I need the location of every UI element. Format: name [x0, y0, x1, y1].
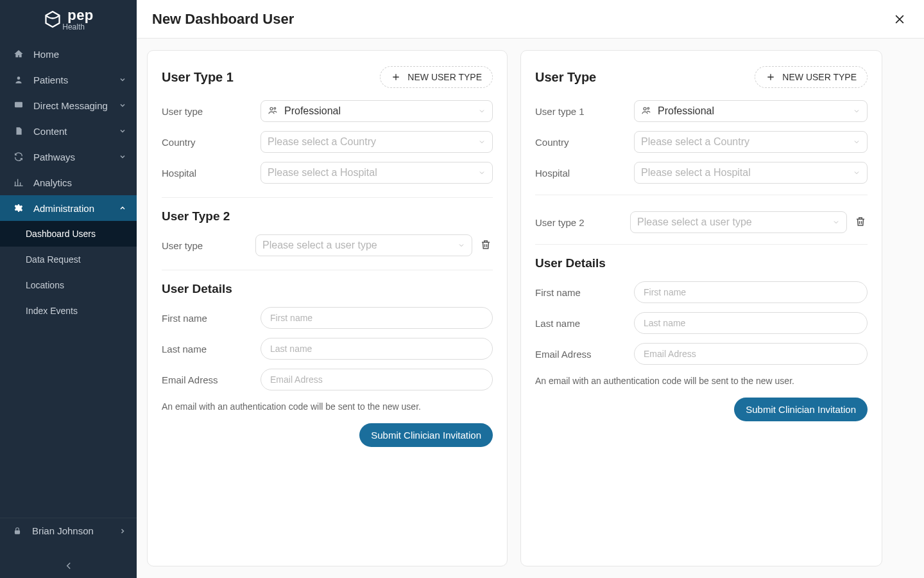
chart-icon	[13, 177, 24, 188]
sidebar-item-direct-messaging[interactable]: Direct Messaging	[0, 92, 137, 118]
brand-name: pep	[67, 7, 93, 23]
pill-btn-label: NEW USER TYPE	[407, 72, 482, 82]
new-user-type-button[interactable]: NEW USER TYPE	[755, 66, 868, 88]
user-footer[interactable]: Brian Johnson	[0, 518, 137, 543]
select-country[interactable]: Please select a Country	[634, 131, 868, 153]
card-right: User Type NEW USER TYPE User type 1 Prof…	[520, 50, 882, 566]
divider	[162, 270, 493, 270]
sidebar-item-pathways[interactable]: Pathways	[0, 144, 137, 170]
select-placeholder: Please select a Country	[641, 136, 749, 148]
input-email[interactable]	[634, 343, 868, 365]
select-user-type-2[interactable]: Please select a user type	[630, 211, 847, 233]
user-icon	[13, 74, 24, 85]
label-user-type: User type	[162, 106, 261, 117]
sidebar-item-patients[interactable]: Patients	[0, 67, 137, 92]
plus-icon	[766, 72, 776, 82]
subnav-index-events[interactable]: Index Events	[0, 298, 137, 324]
nav: Home Patients Direct Messaging Conten	[0, 41, 137, 324]
select-placeholder: Please select a Hospital	[268, 167, 377, 179]
select-user-type[interactable]: Professional	[261, 100, 493, 122]
sidebar-item-label: Patients	[33, 74, 68, 85]
sidebar-item-label: Pathways	[33, 152, 75, 162]
chevron-down-icon	[119, 76, 126, 83]
svg-point-0	[17, 76, 21, 80]
pill-btn-label: NEW USER TYPE	[782, 72, 857, 82]
subnav-dashboard-users[interactable]: Dashboard Users	[0, 221, 137, 247]
label-last-name: Last name	[162, 344, 261, 355]
subnav-label: Data Request	[26, 254, 81, 265]
section-title-user-type-2: User Type 2	[162, 209, 493, 223]
subnav-data-request[interactable]: Data Request	[0, 247, 137, 272]
sidebar-item-home[interactable]: Home	[0, 41, 137, 67]
delete-user-type-button[interactable]	[480, 239, 493, 252]
label-country: Country	[535, 137, 634, 148]
admin-subnav: Dashboard Users Data Request Locations I…	[0, 221, 137, 324]
brand-sub: Health	[62, 22, 93, 31]
submit-clinician-invitation-button[interactable]: Submit Clinician Invitation	[359, 423, 493, 447]
sidebar-item-label: Administration	[33, 203, 94, 214]
refresh-icon	[13, 151, 24, 162]
label-hospital: Hospital	[162, 168, 261, 179]
delete-user-type-button[interactable]	[855, 216, 868, 229]
svg-rect-3	[15, 530, 20, 534]
submit-clinician-invitation-button[interactable]: Submit Clinician Invitation	[734, 398, 868, 421]
select-placeholder: Please select a user type	[637, 216, 752, 228]
subnav-locations[interactable]: Locations	[0, 272, 137, 298]
new-user-type-button[interactable]: NEW USER TYPE	[380, 66, 493, 88]
input-first-name[interactable]	[634, 281, 868, 303]
card-left: User Type 1 NEW USER TYPE User type Prof…	[147, 50, 508, 566]
input-last-name[interactable]	[634, 312, 868, 334]
chat-icon	[13, 100, 24, 111]
page-title: New Dashboard User	[152, 11, 294, 28]
collapse-sidebar-button[interactable]	[0, 560, 137, 572]
user-name: Brian Johnson	[32, 525, 94, 536]
input-email[interactable]	[261, 369, 493, 390]
card-head-right: User Type NEW USER TYPE	[535, 66, 868, 88]
sidebar-item-administration[interactable]: Administration	[0, 195, 137, 221]
chevron-up-icon	[119, 204, 126, 212]
chevron-down-icon	[853, 138, 860, 146]
sidebar-item-label: Analytics	[33, 177, 72, 188]
close-button[interactable]	[891, 10, 909, 28]
divider	[535, 244, 868, 245]
sidebar-item-label: Content	[33, 126, 67, 137]
logo-icon	[43, 10, 62, 29]
label-user-type-1: User type 1	[535, 106, 634, 117]
sidebar: pep Health Home Patients Direct Messagin…	[0, 0, 137, 578]
doc-icon	[13, 125, 24, 137]
section-title-user-details: User Details	[162, 282, 493, 296]
brand-logo: pep Health	[0, 0, 137, 39]
sidebar-item-analytics[interactable]: Analytics	[0, 170, 137, 195]
chevron-down-icon	[478, 169, 486, 177]
chevron-down-icon	[853, 107, 860, 115]
select-user-type-1[interactable]: Professional	[634, 100, 868, 122]
select-hospital[interactable]: Please select a Hospital	[261, 162, 493, 184]
select-user-type-2[interactable]: Please select a user type	[255, 234, 472, 256]
label-user-type-2: User type 2	[535, 217, 630, 228]
subnav-label: Dashboard Users	[26, 229, 96, 239]
card-head-left: User Type 1 NEW USER TYPE	[162, 66, 493, 88]
select-placeholder: Please select a Country	[268, 136, 376, 148]
content: User Type 1 NEW USER TYPE User type Prof…	[137, 39, 924, 578]
select-placeholder: Please select a user type	[262, 240, 377, 251]
svg-point-4	[270, 107, 273, 110]
subnav-label: Locations	[26, 280, 64, 290]
divider	[162, 197, 493, 198]
trash-icon	[855, 216, 866, 227]
chevron-down-icon	[119, 127, 126, 135]
section-title-user-type-1: User Type 1	[162, 70, 234, 85]
label-hospital: Hospital	[535, 168, 634, 179]
input-last-name[interactable]	[261, 338, 493, 360]
hint-text: An email with an authentication code wil…	[535, 376, 868, 386]
home-icon	[13, 48, 24, 60]
submit-label: Submit Clinician Invitation	[746, 404, 856, 415]
select-country[interactable]: Please select a Country	[261, 131, 493, 153]
chevron-down-icon	[832, 218, 840, 226]
chevron-down-icon	[119, 153, 126, 161]
input-first-name[interactable]	[261, 307, 493, 329]
sidebar-item-content[interactable]: Content	[0, 118, 137, 144]
label-first-name: First name	[535, 287, 634, 298]
label-email: Email Adress	[162, 374, 261, 385]
professional-icon	[641, 105, 653, 117]
select-hospital[interactable]: Please select a Hospital	[634, 162, 868, 184]
